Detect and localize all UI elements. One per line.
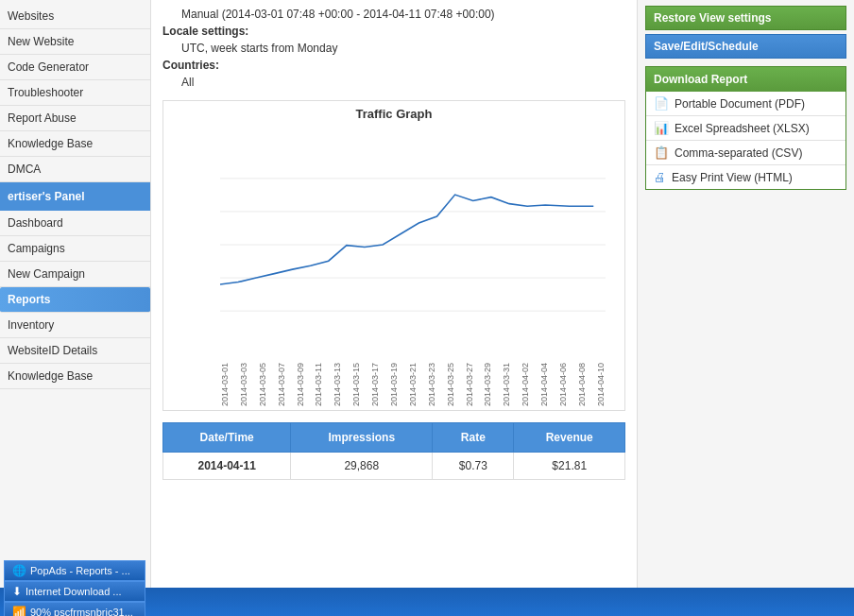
x-axis-label: 2014-04-06 (558, 354, 568, 406)
chart-title: Traffic Graph (163, 101, 624, 127)
download-header: Download Report (646, 67, 845, 92)
download-box: Download Report 📄Portable Document (PDF)… (645, 66, 846, 190)
x-axis-label: 2014-03-09 (296, 354, 305, 406)
panel-nav: DashboardCampaignsNew CampaignReportsInv… (0, 211, 150, 389)
x-axis-label: 2014-03-23 (427, 354, 436, 406)
sidebar-item-troubleshooter[interactable]: Troubleshooter (0, 80, 150, 106)
countries-label: Countries: (162, 59, 219, 72)
taskbar-items: 🌐PopAds - Reports - ...⬇Internet Downloa… (4, 560, 145, 616)
x-axis-label: 2014-03-05 (258, 354, 267, 406)
x-axis-label: 2014-03-13 (333, 354, 342, 406)
x-axis-label: 2014-03-27 (465, 354, 474, 406)
locale-value: UTC, week starts from Monday (181, 42, 625, 55)
download-item-html[interactable]: 🖨Easy Print View (HTML) (646, 165, 845, 189)
sidebar-item-dashboard[interactable]: Dashboard (0, 211, 150, 236)
x-axis-label: 2014-03-29 (483, 354, 492, 406)
x-axis-label: 2014-03-11 (314, 354, 323, 406)
taskbar-item[interactable]: ⬇Internet Download ... (4, 581, 145, 602)
table-row: 2014-04-1129,868$0.73$21.81 (163, 453, 625, 480)
x-axis-label: 2014-03-25 (446, 354, 455, 406)
sidebar-item-knowledge-base-top[interactable]: Knowledge Base (0, 131, 150, 157)
table-header: Date/TimeImpressionsRateRevenue (163, 423, 625, 453)
download-items: 📄Portable Document (PDF)📊Excel Spreadshe… (646, 92, 845, 189)
x-axis-label: 2014-03-31 (502, 354, 511, 406)
save-button[interactable]: Save/Edit/Schedule (645, 34, 846, 59)
traffic-chart: 40,000 30,000 20,000 10,000 0 (220, 136, 606, 353)
right-panel: Restore View settings Save/Edit/Schedule… (637, 0, 854, 588)
sidebar-item-dmca[interactable]: DMCA (0, 157, 150, 182)
main-content: Manual (2014-03-01 07:48 +00:00 - 2014-0… (151, 0, 637, 588)
chart-section: Traffic Graph 40,000 30,000 20,000 10,00… (162, 100, 625, 411)
restore-button[interactable]: Restore View settings (645, 6, 846, 30)
countries-value: All (181, 76, 625, 89)
sidebar-item-report-abuse[interactable]: Report Abuse (0, 106, 150, 131)
taskbar-item[interactable]: 📶90% pscfrmsnbric31... (4, 602, 145, 616)
x-axis-label: 2014-03-07 (277, 354, 286, 406)
table-col-revenue: Revenue (514, 423, 625, 453)
sidebar-item-knowledge-base-bottom[interactable]: Knowledge Base (0, 364, 150, 389)
manual-range: Manual (2014-03-01 07:48 +00:00 - 2014-0… (181, 8, 625, 21)
sidebar-item-inventory[interactable]: Inventory (0, 313, 150, 338)
sidebar-item-website-id-details[interactable]: WebsiteID Details (0, 338, 150, 364)
sidebar-item-reports[interactable]: Reports (0, 287, 150, 313)
x-axis-label: 2014-04-02 (521, 354, 530, 406)
advertiser-panel-label: ertiser's Panel (8, 190, 85, 203)
sidebar: WebsitesNew WebsiteCode GeneratorTrouble… (0, 0, 151, 588)
sidebar-item-code-generator[interactable]: Code Generator (0, 55, 150, 80)
download-item-xls[interactable]: 📊Excel Spreadsheet (XLSX) (646, 116, 845, 141)
x-axis-label: 2014-03-19 (389, 354, 399, 406)
x-axis-label: 2014-04-10 (596, 354, 606, 406)
x-axis-label: 2014-03-01 (220, 354, 230, 406)
x-axis-label: 2014-03-21 (408, 354, 418, 406)
table-col-date-time: Date/Time (163, 423, 291, 453)
chart-container: 40,000 30,000 20,000 10,000 0 2014-03-01… (163, 127, 624, 410)
x-axis-label: 2014-03-15 (351, 354, 361, 406)
taskbar: 🌐PopAds - Reports - ...⬇Internet Downloa… (0, 588, 854, 616)
taskbar-item[interactable]: 🌐PopAds - Reports - ... (4, 560, 145, 581)
table-col-rate: Rate (433, 423, 514, 453)
download-item-csv[interactable]: 📋Comma-separated (CSV) (646, 141, 845, 165)
sidebar-item-campaigns[interactable]: Campaigns (0, 236, 150, 262)
x-axis-label: 2014-03-03 (239, 354, 248, 406)
locale-label: Locale settings: (162, 25, 248, 38)
sidebar-item-new-campaign[interactable]: New Campaign (0, 262, 150, 287)
advertiser-panel-header[interactable]: ertiser's Panel (0, 182, 150, 211)
report-info: Manual (2014-03-01 07:48 +00:00 - 2014-0… (162, 8, 625, 89)
top-nav: WebsitesNew WebsiteCode GeneratorTrouble… (0, 4, 150, 182)
x-axis-label: 2014-03-17 (370, 354, 380, 406)
x-axis-label: 2014-04-04 (539, 354, 549, 406)
sidebar-item-websites[interactable]: Websites (0, 4, 150, 29)
table-body: 2014-04-1129,868$0.73$21.81 (163, 453, 625, 480)
data-table: Date/TimeImpressionsRateRevenue 2014-04-… (162, 422, 625, 480)
table-col-impressions: Impressions (291, 423, 433, 453)
x-axis-labels: 2014-03-012014-03-032014-03-052014-03-07… (220, 354, 606, 406)
download-item-pdf[interactable]: 📄Portable Document (PDF) (646, 92, 845, 116)
sidebar-item-new-website[interactable]: New Website (0, 29, 150, 55)
x-axis-label: 2014-04-08 (577, 354, 587, 406)
